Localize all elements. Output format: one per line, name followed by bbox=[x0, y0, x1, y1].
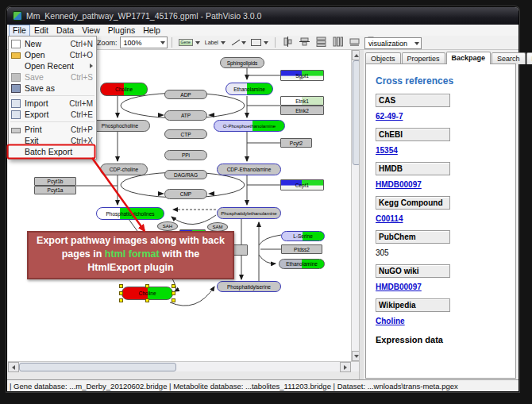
xref-link[interactable]: HMDB00097 bbox=[376, 180, 422, 189]
common-width-icon[interactable] bbox=[349, 37, 360, 48]
canvas-horizontal-scrollbar[interactable] bbox=[8, 361, 359, 371]
tab-backpage[interactable]: Backpage bbox=[446, 52, 492, 64]
datanode-tool-button[interactable]: Gene bbox=[179, 39, 200, 46]
pathway-node-pcyt2[interactable]: Pcyt2 bbox=[280, 138, 312, 148]
tab-properties[interactable]: Properties bbox=[402, 52, 445, 64]
menu-plugins[interactable]: Plugins bbox=[104, 25, 139, 36]
xref-link[interactable]: C00114 bbox=[376, 214, 403, 223]
align-center-x-icon[interactable] bbox=[283, 37, 293, 48]
chevron-down-icon bbox=[264, 41, 268, 44]
file-menu-item-batch-export[interactable]: Batch Export bbox=[9, 146, 96, 157]
pathway-node-cept1[interactable]: Cept1 bbox=[280, 179, 324, 190]
selected-node-group[interactable]: Choline bbox=[121, 287, 173, 300]
pathway-node-pcyt1b[interactable]: Pcyt1b bbox=[34, 177, 76, 186]
pathway-node-ethanolamine-bottom[interactable]: Ethanolamine bbox=[279, 259, 325, 269]
expression-data-heading: Expression data bbox=[376, 335, 515, 344]
pathway-node-phosphatidylethanolamine[interactable]: Phosphatidylethanolamine bbox=[217, 207, 281, 219]
file-menu-item-export[interactable]: Export Ctrl+E bbox=[9, 109, 96, 120]
selection-handle[interactable] bbox=[145, 298, 149, 302]
pathway-node-o-phosphoethanolamine[interactable]: O-Phosphoethanolamine bbox=[214, 120, 285, 132]
pathway-node-ethanolamine[interactable]: Ethanolamine bbox=[226, 83, 273, 95]
menu-file[interactable]: File bbox=[9, 25, 30, 37]
blank-icon bbox=[11, 62, 21, 71]
pathway-node-cdp-ethanolamine[interactable]: CDP-Ethanolamine bbox=[217, 164, 281, 175]
tab-legend[interactable]: Legend bbox=[526, 52, 532, 64]
sidebar: Objects Properties Backpage Search Legen… bbox=[364, 50, 518, 380]
pathway-node-phosphatidylcholines[interactable]: Phosphatidylcholines bbox=[96, 207, 164, 220]
selection-handle[interactable] bbox=[145, 284, 149, 288]
pathway-node-etnk2[interactable]: Etnk2 bbox=[280, 106, 324, 115]
selection-handle[interactable] bbox=[119, 298, 123, 302]
pathway-node-choline[interactable]: Choline bbox=[100, 83, 148, 96]
pathway-node-phosphocholine[interactable]: Phosphocholine bbox=[90, 120, 150, 132]
pathway-node-sphingolipids[interactable]: Sphingolipids bbox=[220, 57, 264, 68]
pathway-node-l-serine[interactable]: L-Serine bbox=[281, 231, 325, 241]
selection-handle[interactable] bbox=[172, 291, 175, 295]
xref-section-chebi: ChEBI 15354 bbox=[366, 128, 515, 155]
distribute-vertical-icon[interactable] bbox=[316, 37, 326, 48]
menu-edit[interactable]: Edit bbox=[30, 25, 52, 36]
file-menu-item-save: Save Ctrl+S bbox=[9, 71, 96, 83]
window-title: Mm_Kennedy_pathway_WP1771_45176.gpml - P… bbox=[26, 11, 261, 21]
scroll-left-button[interactable] bbox=[8, 362, 19, 372]
arrow-up-icon bbox=[354, 54, 359, 57]
chevron-down-icon bbox=[221, 41, 226, 44]
xref-section-wikipedia: Wikipedia Choline bbox=[366, 298, 515, 325]
distribute-horizontal-icon[interactable] bbox=[333, 37, 343, 48]
xref-link[interactable]: 62-49-7 bbox=[376, 112, 403, 121]
sidebar-tabs: Objects Properties Backpage Search Legen… bbox=[365, 52, 518, 64]
save-as-disk-icon bbox=[11, 84, 21, 93]
status-bar: | Gene database: ...m_Derby_20120602.bri… bbox=[7, 379, 519, 391]
printer-icon bbox=[11, 128, 21, 133]
pathway-node-cmp[interactable]: CMP bbox=[164, 189, 207, 199]
align-center-y-icon[interactable] bbox=[299, 37, 310, 48]
horizontal-scroll-thumb[interactable] bbox=[19, 363, 176, 371]
selection-handle[interactable] bbox=[119, 291, 123, 295]
file-menu-item-print[interactable]: Print Ctrl+P bbox=[9, 124, 96, 135]
menu-help[interactable]: Help bbox=[139, 25, 164, 36]
file-menu-item-import[interactable]: Import Ctrl+M bbox=[9, 98, 96, 109]
pathway-node-etnk1[interactable]: Etnk1 bbox=[280, 96, 324, 106]
tab-search[interactable]: Search bbox=[492, 52, 526, 64]
tab-objects[interactable]: Objects bbox=[365, 52, 401, 64]
pathway-node-sah[interactable]: SAH bbox=[157, 221, 178, 231]
chevron-down-icon bbox=[241, 41, 246, 44]
pathway-node-cdp-choline[interactable]: CDP-choline bbox=[100, 164, 148, 175]
screenshot-frame: Mm_Kennedy_pathway_WP1771_45176.gpml - P… bbox=[0, 0, 532, 404]
file-menu-item-save-as[interactable]: Save as bbox=[9, 83, 96, 94]
file-menu-item-new[interactable]: New Ctrl+N bbox=[9, 38, 96, 49]
callout-highlight: html format bbox=[105, 248, 160, 260]
import-icon bbox=[11, 99, 21, 108]
pathway-node-dag[interactable]: DAG/RAG bbox=[164, 170, 207, 179]
zoom-combobox[interactable]: 100% bbox=[120, 37, 168, 48]
selection-handle[interactable] bbox=[172, 284, 175, 288]
label-tool-button[interactable]: Label bbox=[205, 40, 226, 45]
pathway-node-sgpl1[interactable]: Sgpl1 bbox=[280, 70, 324, 81]
pathway-node-ptdss2[interactable]: Ptdss2 bbox=[281, 244, 322, 254]
pathway-node-phosphatidylserine[interactable]: Phosphatidylserine bbox=[217, 281, 281, 292]
visualization-combobox[interactable]: visualization bbox=[364, 37, 422, 49]
pathway-node-atp[interactable]: ATP bbox=[164, 110, 207, 121]
xref-section-kegg: Kegg Compound C00114 bbox=[366, 196, 515, 223]
pathway-node-ppi[interactable]: PPi bbox=[164, 150, 207, 160]
pathway-node-pcyt1a[interactable]: Pcyt1a bbox=[34, 186, 76, 194]
title-bar[interactable]: Mm_Kennedy_pathway_WP1771_45176.gpml - P… bbox=[7, 7, 519, 25]
menu-data[interactable]: Data bbox=[52, 25, 78, 36]
scroll-right-button[interactable] bbox=[340, 362, 351, 372]
selection-handle[interactable] bbox=[172, 298, 175, 302]
arrow-right-icon bbox=[344, 365, 347, 370]
menu-bar: File Edit Data View Plugins Help bbox=[7, 25, 519, 37]
file-menu-item-open-recent[interactable]: Open Recent bbox=[9, 60, 96, 71]
line-tool-button[interactable] bbox=[230, 38, 246, 47]
xref-link[interactable]: Choline bbox=[376, 317, 405, 325]
xref-link[interactable]: 15354 bbox=[376, 146, 398, 155]
pathway-node-adp[interactable]: ADP bbox=[164, 90, 207, 99]
xref-link[interactable]: HMDB00097 bbox=[376, 283, 422, 291]
label-tool-text: Label bbox=[205, 40, 218, 45]
pathway-node-ctp[interactable]: CTP bbox=[164, 129, 207, 139]
menu-view[interactable]: View bbox=[78, 25, 104, 36]
file-menu-item-exit[interactable]: Exit Ctrl+X bbox=[9, 135, 96, 146]
file-menu-item-open[interactable]: Open Ctrl+O bbox=[9, 49, 96, 60]
selection-handle[interactable] bbox=[119, 284, 123, 288]
shape-tool-button[interactable] bbox=[251, 39, 268, 46]
